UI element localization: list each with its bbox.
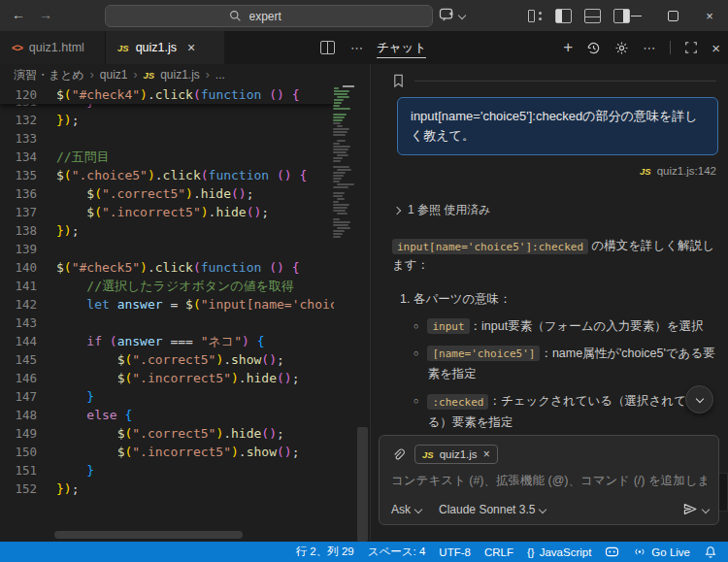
chevron-right-icon: › [90, 68, 94, 82]
command-center-search[interactable] [105, 5, 433, 27]
go-live-button[interactable]: Go Live [626, 542, 697, 562]
remove-context-icon[interactable]: × [483, 447, 490, 461]
breadcrumb-item[interactable]: quiz1 [100, 68, 128, 82]
chevron-right-icon: › [134, 68, 138, 82]
more-actions-icon[interactable]: ⋯ [643, 41, 656, 55]
restore-button[interactable] [654, 0, 691, 31]
inline-code: :checked [427, 394, 488, 410]
reference-label: quiz1.js:142 [657, 165, 716, 177]
attach-icon[interactable] [391, 447, 405, 462]
chat-input-box[interactable]: JS quiz1.js × コンテキスト (#)、拡張機能 (@)、コマンド (… [379, 435, 719, 525]
sub-list-item: ○input：input要素（フォームの入力要素）を選択 [414, 316, 718, 337]
search-icon [229, 10, 242, 22]
send-icon [682, 502, 698, 516]
message-reference[interactable]: JS quiz1.js:142 [371, 165, 716, 177]
html-file-icon: <> [12, 42, 22, 53]
chat-panel-actions: + ⋯ × [563, 31, 720, 64]
send-button[interactable] [682, 502, 709, 516]
breadcrumb-item[interactable]: ... [215, 68, 225, 82]
bookmark-icon[interactable] [392, 74, 405, 88]
js-file-icon: JS [422, 449, 434, 460]
language-mode[interactable]: {} JavaScript [520, 542, 598, 562]
code-line: 145 $(".correct5").show(); [0, 350, 334, 369]
code-line: 142 let answer = $("input[name='choice5' [0, 295, 334, 314]
tab-bar: <> quiz1.html JS quiz1.js × ⋯ チャット + ⋯ × [0, 31, 728, 64]
js-file-icon: JS [640, 166, 651, 177]
gear-icon[interactable] [614, 41, 629, 55]
minimize-button[interactable] [617, 0, 654, 31]
chat-request-header [371, 64, 728, 88]
cursor-position[interactable]: 行 2、列 29 [289, 542, 361, 562]
back-icon[interactable]: ← [12, 7, 25, 22]
context-pill[interactable]: JS quiz1.js × [414, 445, 498, 464]
code-editor: 演習・まとめ › quiz1 › JS quiz1.js › ... 120$(… [0, 64, 369, 542]
eol-sequence[interactable]: CRLF [478, 542, 520, 562]
tab-label: quiz1.html [29, 41, 84, 54]
notifications-bell[interactable] [697, 542, 724, 562]
js-file-icon: JS [117, 43, 129, 53]
code-line: 143 [0, 314, 334, 332]
code-line: 151 } [0, 461, 334, 479]
split-editor-icon[interactable] [320, 41, 335, 54]
copilot-status[interactable] [598, 542, 626, 562]
close-tab-icon[interactable]: × [187, 40, 195, 55]
forward-icon[interactable]: → [39, 7, 52, 22]
code-line: 135$(".choice5").click(function () { [0, 166, 334, 184]
code-line: 146 $(".incorrect5").hide(); [0, 369, 334, 387]
tab-label: quiz1.js [136, 41, 177, 54]
inline-code: input [427, 318, 469, 334]
mode-dropdown[interactable]: Ask [391, 503, 421, 516]
vertical-scrollbar[interactable] [357, 427, 368, 542]
horizontal-scrollbar[interactable] [54, 531, 243, 539]
sub-list-item: ○:checked：チェックされている（選択されている）要素を指定 [414, 391, 718, 433]
chat-tab-label: チャット [377, 40, 426, 56]
tab-chat[interactable]: チャット [377, 31, 426, 64]
divider [670, 41, 671, 54]
js-file-icon: JS [144, 70, 155, 81]
chevron-down-icon [458, 11, 466, 18]
inline-code: [name='choice5'] [427, 346, 540, 361]
toggle-sidebar-icon[interactable] [555, 9, 572, 23]
chat-input-placeholder[interactable]: コンテキスト (#)、拡張機能 (@)、コマンド (/) を追加しま [391, 473, 707, 489]
indentation[interactable]: スペース: 4 [361, 542, 433, 562]
code-line: 140$("#check5").click(function () { [0, 258, 334, 277]
used-references-toggle[interactable]: 1 参照 使用済み [394, 202, 728, 218]
code-line: 132}); [0, 111, 334, 129]
code-line: 144 if (answer === "ネコ") { [0, 332, 334, 350]
code-line: 136 $(".correct5").hide(); [0, 184, 334, 203]
partially-hidden-line: 131 } [0, 104, 334, 111]
customize-layout-icon[interactable] [528, 10, 543, 22]
copilot-menu[interactable] [439, 8, 465, 22]
context-file-label: quiz1.js [440, 448, 478, 460]
vscode-window: ← → × <> quiz1.html JS quiz1.js [0, 0, 728, 562]
breadcrumb-item[interactable]: 演習・まとめ [14, 67, 84, 83]
more-actions-icon[interactable]: ⋯ [350, 41, 364, 55]
encoding[interactable]: UTF-8 [432, 542, 478, 562]
search-input[interactable] [248, 9, 310, 24]
copilot-status-icon [605, 545, 619, 558]
close-window-button[interactable]: × [691, 0, 728, 31]
tab-quiz1-html[interactable]: <> quiz1.html [0, 31, 106, 64]
code-line: 139 [0, 240, 334, 258]
list-item: 1. 各パーツの意味：○input：input要素（フォームの入力要素）を選択○… [400, 290, 718, 433]
maximize-panel-icon[interactable] [684, 41, 698, 54]
new-chat-icon[interactable]: + [563, 38, 573, 57]
layout-controls [528, 9, 630, 23]
code-line: 134//五問目 [0, 148, 334, 166]
model-dropdown[interactable]: Claude Sonnet 3.5 [439, 503, 546, 516]
code-area[interactable]: 120$("#check4").click(function () { 131 … [0, 85, 334, 542]
close-panel-icon[interactable]: × [711, 40, 720, 56]
toggle-panel-icon[interactable] [584, 9, 601, 23]
minimap[interactable] [332, 85, 355, 542]
chevron-right-icon: › [206, 68, 210, 82]
breadcrumb-item[interactable]: quiz1.js [160, 68, 200, 82]
tab-quiz1-js[interactable]: JS quiz1.js × [106, 31, 224, 64]
user-message-bubble: input[name='choice5']:checkedの部分の意味を詳しく教… [397, 97, 718, 155]
chevron-right-icon [393, 207, 401, 215]
scroll-to-bottom-button[interactable] [685, 385, 713, 413]
history-icon[interactable] [586, 41, 601, 55]
sub-list-item: ○[name='choice5']：name属性が'choice5'である要素を… [414, 344, 718, 385]
title-bar: ← → × [0, 0, 728, 31]
sticky-scroll-line[interactable]: 120$("#check4").click(function () { [0, 85, 334, 104]
code-lines: 132});133134//五問目135$(".choice5").click(… [0, 111, 334, 498]
